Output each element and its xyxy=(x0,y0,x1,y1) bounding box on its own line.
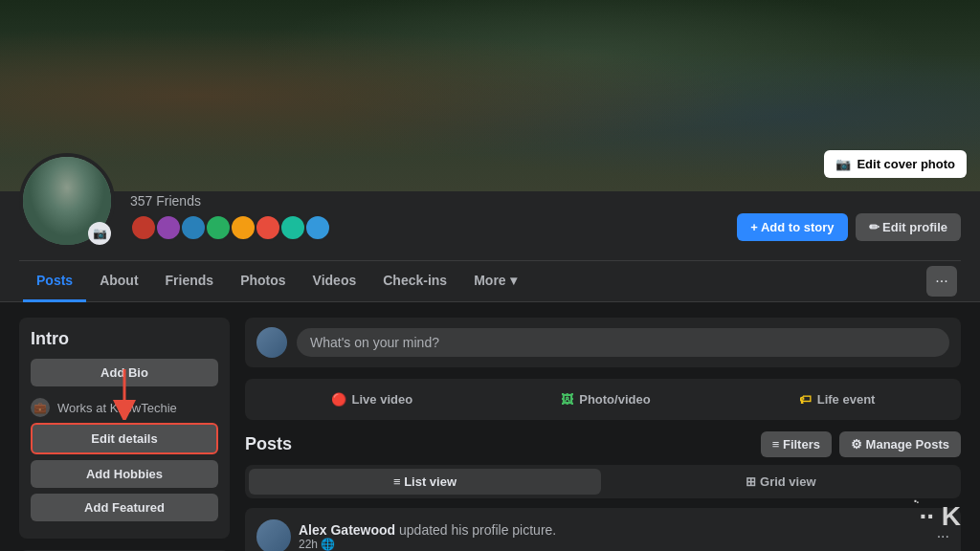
live-video-button[interactable]: 🔴 Live video xyxy=(322,386,423,412)
friend-avatars-row xyxy=(130,214,737,241)
photo-video-label: Photo/video xyxy=(579,392,650,407)
friend-avatar xyxy=(255,214,281,241)
nav-tab-posts[interactable]: Posts xyxy=(23,261,86,302)
friends-count: 357 Friends xyxy=(130,193,737,209)
posts-section-title: Posts xyxy=(245,434,292,454)
friend-avatar xyxy=(180,214,207,241)
photo-icon: 🖼 xyxy=(561,392,573,407)
avatar-wrapper: 📷 xyxy=(19,153,115,249)
posts-header: Posts ≡ Filters ⚙ Manage Posts xyxy=(245,431,961,457)
create-post-box: What's on your mind? xyxy=(245,318,961,367)
intro-title: Intro xyxy=(31,329,218,349)
grid-view-tab[interactable]: ⊞ Grid view xyxy=(605,469,957,495)
post-author-name-text: Alex Gatewood xyxy=(299,522,395,538)
post-author-info: Alex Gatewood updated his profile pictur… xyxy=(299,522,929,551)
life-event-icon: 🏷 xyxy=(799,392,812,407)
life-event-button[interactable]: 🏷 Life event xyxy=(790,386,885,412)
post-author-name: Alex Gatewood updated his profile pictur… xyxy=(299,522,929,538)
post-timestamp: 22h 🌐 xyxy=(299,538,929,551)
manage-posts-button[interactable]: ⚙ Manage Posts xyxy=(839,431,961,457)
edit-profile-button[interactable]: ✏ Edit profile xyxy=(856,213,962,241)
photo-video-button[interactable]: 🖼 Photo/video xyxy=(551,386,659,412)
red-arrow-indicator xyxy=(110,367,139,420)
friend-avatar xyxy=(279,214,306,241)
list-view-tab[interactable]: ≡ List view xyxy=(249,469,601,495)
nav-tab-checkins[interactable]: Check-ins xyxy=(369,261,460,302)
posts-controls: ≡ Filters ⚙ Manage Posts xyxy=(761,431,961,457)
live-video-label: Live video xyxy=(352,392,413,407)
friend-avatar xyxy=(230,214,256,241)
life-event-label: Life event xyxy=(817,392,876,407)
right-column: What's on your mind? 🔴 Live video 🖼 Phot… xyxy=(245,318,961,452)
live-video-icon: 🔴 xyxy=(331,392,346,407)
profile-nav: Posts About Friends Photos Videos Check-… xyxy=(19,260,961,301)
friend-avatar xyxy=(155,214,182,241)
nav-tab-about[interactable]: About xyxy=(86,261,151,302)
friend-avatar xyxy=(304,214,331,241)
add-featured-button[interactable]: Add Featured xyxy=(31,494,218,521)
camera-icon: 📷 xyxy=(835,157,851,171)
user-mini-avatar xyxy=(256,327,287,358)
nav-tab-photos[interactable]: Photos xyxy=(227,261,299,302)
post-input[interactable]: What's on your mind? xyxy=(297,328,949,357)
add-to-story-button[interactable]: + Add to story xyxy=(737,213,847,241)
main-content: Intro Add Bio 💼 Works at KnowTechie Edi xyxy=(0,302,980,467)
post-author-avatar xyxy=(256,519,291,551)
post-card: Alex Gatewood updated his profile pictur… xyxy=(245,508,961,551)
post-actions-row: 🔴 Live video 🖼 Photo/video 🏷 Life event xyxy=(245,379,961,420)
k-logo-text: ·· K xyxy=(919,501,961,532)
nav-tab-friends[interactable]: Friends xyxy=(152,261,228,302)
profile-actions: + Add to story ✏ Edit profile xyxy=(737,213,961,249)
knowtechie-logo: ·· K xyxy=(919,501,961,532)
friend-avatar xyxy=(205,214,232,241)
add-hobbies-button[interactable]: Add Hobbies xyxy=(31,460,218,488)
edit-details-button[interactable]: Edit details xyxy=(31,423,218,454)
post-time-text: 22h xyxy=(299,538,318,551)
friend-avatar xyxy=(130,214,157,241)
edit-cover-label: Edit cover photo xyxy=(857,157,955,171)
nav-tab-more[interactable]: More ▾ xyxy=(460,261,529,302)
cover-photo: 📷 Edit cover photo xyxy=(0,0,980,191)
intro-card: Intro Add Bio 💼 Works at KnowTechie Edi xyxy=(19,318,230,539)
nav-more-options-button[interactable]: ··· xyxy=(926,266,957,297)
left-column: Intro Add Bio 💼 Works at KnowTechie Edi xyxy=(19,318,230,452)
more-label: More ▾ xyxy=(474,273,516,288)
nav-tab-videos[interactable]: Videos xyxy=(300,261,370,302)
avatar-camera-icon[interactable]: 📷 xyxy=(88,222,111,245)
post-card-header: Alex Gatewood updated his profile pictur… xyxy=(256,519,949,551)
filters-button[interactable]: ≡ Filters xyxy=(761,431,832,457)
view-tabs: ≡ List view ⊞ Grid view xyxy=(245,465,961,498)
globe-icon: 🌐 xyxy=(321,538,335,551)
edit-cover-photo-button[interactable]: 📷 Edit cover photo xyxy=(824,150,967,178)
post-action-text: updated his profile picture. xyxy=(399,522,556,538)
edit-details-wrapper: Edit details xyxy=(31,423,218,460)
works-icon: 💼 xyxy=(31,398,50,417)
